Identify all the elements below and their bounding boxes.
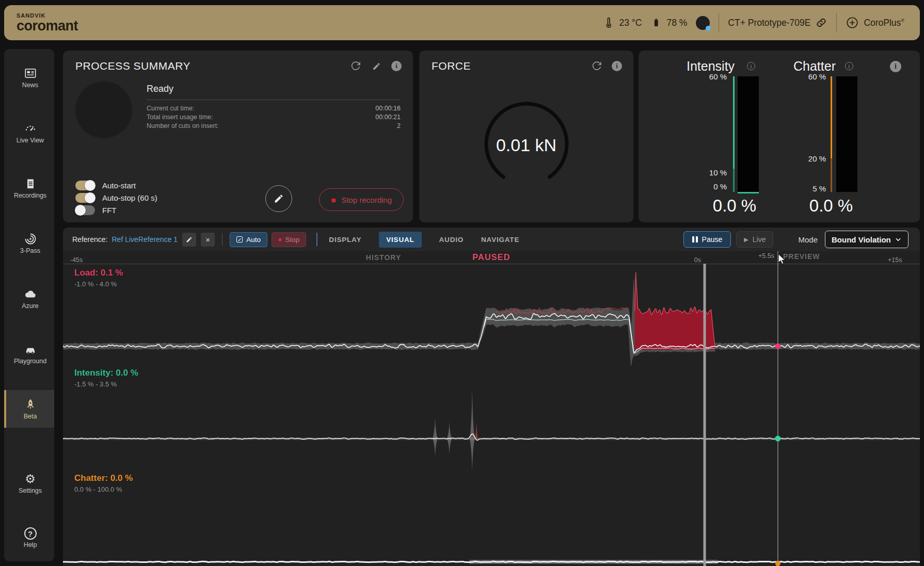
process-summary-title: PROCESS SUMMARY [75, 60, 190, 72]
monitor-chart-canvas[interactable] [63, 251, 920, 566]
tab-navigate[interactable]: NAVIGATE [481, 236, 519, 244]
sidebar-item-label: News [22, 82, 38, 89]
toggle-fft[interactable]: FFT [75, 205, 157, 215]
device-name-menu[interactable]: CT+ Prototype-709E [728, 17, 827, 29]
sidebar: News Live View Recordings 3-Pass [4, 49, 54, 561]
speedometer-icon [24, 122, 37, 135]
divider [222, 233, 222, 246]
toggle-label: Auto-start [102, 181, 136, 190]
pencil-icon [186, 236, 193, 243]
monitor-tabs: DISPLAY VISUAL AUDIO NAVIGATE [329, 232, 519, 248]
sidebar-item-settings[interactable]: ⚙ Settings [4, 472, 54, 494]
fft-switch[interactable] [75, 205, 95, 215]
sidebar-item-label: Beta [24, 413, 37, 420]
auto-button[interactable]: ✓ Auto [230, 232, 267, 247]
brand-sandvik: SANDVIK [17, 13, 78, 19]
sidebar-item-news[interactable]: News [4, 67, 54, 89]
meters-info-icon[interactable]: i [890, 61, 901, 72]
monitor-chart-region: HISTORY PAUSED PREVIEW -45s 0s +5.5s +15… [63, 251, 920, 566]
sidebar-item-help[interactable]: ? Help [4, 527, 54, 548]
force-title: FORCE [432, 60, 471, 72]
monitor-panel: Reference: Ref LiveReference 1 × ✓ Auto … [63, 228, 920, 566]
refresh-icon[interactable] [350, 60, 361, 72]
stop-button[interactable]: ■ Stop [272, 232, 306, 247]
force-value: 0.01 kN [475, 135, 578, 155]
intensity-title: Intensity [687, 59, 735, 74]
reference-clear-button[interactable]: × [201, 233, 215, 247]
registered-mark: ® [901, 18, 904, 23]
live-label: Live [753, 235, 766, 244]
stop-square-icon: ■ [278, 236, 282, 242]
status-dot [706, 26, 711, 31]
toggle-label: Auto-stop (60 s) [102, 193, 157, 202]
process-summary-panel: PROCESS SUMMARY i Ready [63, 51, 413, 222]
app-root: SANDVIK coromant 23 °C 78 % CT+ [0, 0, 924, 566]
intensity-level-bar [738, 76, 759, 192]
divider [316, 233, 317, 246]
edit-process-button[interactable] [265, 185, 292, 212]
reference-edit-button[interactable] [182, 233, 196, 247]
sidebar-item-live-view[interactable]: Live View [4, 122, 54, 144]
coroplus-menu[interactable]: CoroPlus® [846, 16, 904, 29]
process-status: Ready [147, 84, 401, 94]
stat-label: Current cut time: [147, 104, 194, 113]
mode-value: Bound Violation [832, 235, 891, 244]
toggle-auto-start[interactable]: Auto-start [75, 181, 157, 190]
chatter-info-icon[interactable]: i [845, 62, 853, 70]
car-icon [24, 343, 37, 356]
stop-recording-button[interactable]: ■ Stop recording [319, 188, 404, 211]
intensity-scale-line [733, 76, 735, 192]
tab-visual[interactable]: VISUAL [379, 232, 421, 248]
receipt-icon [24, 177, 37, 190]
stop-square-icon: ■ [331, 196, 336, 204]
refresh-icon[interactable] [591, 60, 602, 72]
chatter-tick-5: 5 % [795, 184, 826, 193]
stat-row-total-insert-usage: Total insert usage time: 00:00:21 [147, 113, 401, 122]
temperature-value: 23 °C [619, 18, 642, 28]
gear-icon: ⚙ [24, 472, 37, 486]
connection-status-indicator[interactable] [696, 16, 710, 30]
divider [147, 100, 401, 100]
chatter-scale-line [831, 76, 832, 192]
auto-stop-switch[interactable] [75, 193, 95, 203]
sidebar-item-beta[interactable]: Beta [4, 390, 54, 428]
edit-pencil-icon[interactable] [371, 60, 382, 72]
cloud-icon [24, 287, 37, 301]
tab-audio[interactable]: AUDIO [439, 236, 464, 244]
stat-row-current-cut-time: Current cut time: 00:00:16 [147, 104, 401, 113]
thermometer-icon [602, 17, 615, 29]
meters-panel: Intensity i Chatter i i 60 % 10 % 0 % 0.… [639, 51, 920, 222]
link-icon [815, 17, 827, 29]
intensity-tick-10: 10 % [696, 168, 727, 177]
toggle-label: FFT [102, 206, 117, 215]
stop-recording-label: Stop recording [341, 196, 392, 204]
sidebar-item-azure[interactable]: Azure [4, 287, 54, 310]
tab-display[interactable]: DISPLAY [329, 236, 361, 244]
sidebar-item-recordings[interactable]: Recordings [4, 177, 54, 199]
toggle-auto-stop[interactable]: Auto-stop (60 s) [75, 193, 157, 203]
reference-name-link[interactable]: Ref LiveReference 1 [111, 235, 178, 244]
spiral-icon [24, 232, 37, 246]
sidebar-item-playground[interactable]: Playground [4, 343, 54, 365]
pause-label: Pause [702, 235, 723, 244]
stat-label: Number of cuts on insert: [147, 122, 219, 131]
intensity-tick-60: 60 % [696, 72, 727, 81]
info-icon[interactable]: i [391, 61, 402, 71]
live-button[interactable]: ▶ Live [736, 231, 773, 248]
stat-row-cuts-on-insert: Number of cuts on insert: 2 [147, 122, 401, 131]
mode-dropdown[interactable]: Bound Violation [825, 231, 909, 248]
chatter-tick-60: 60 % [795, 72, 826, 81]
chatter-value: 0.0 % [790, 196, 872, 216]
pause-icon [692, 236, 698, 242]
rocket-icon [24, 398, 37, 411]
intensity-info-icon[interactable]: i [747, 62, 755, 70]
sidebar-item-label: 3-Pass [20, 247, 40, 254]
sidebar-item-3-pass[interactable]: 3-Pass [4, 232, 54, 254]
monitor-control-bar: Reference: Ref LiveReference 1 × ✓ Auto … [63, 228, 920, 251]
info-icon[interactable]: i [612, 61, 622, 71]
pause-button[interactable]: Pause [683, 231, 731, 248]
sidebar-item-label: Recordings [14, 192, 46, 199]
close-icon: × [205, 235, 210, 244]
auto-start-switch[interactable] [75, 181, 95, 190]
sidebar-item-label: Playground [14, 358, 46, 365]
